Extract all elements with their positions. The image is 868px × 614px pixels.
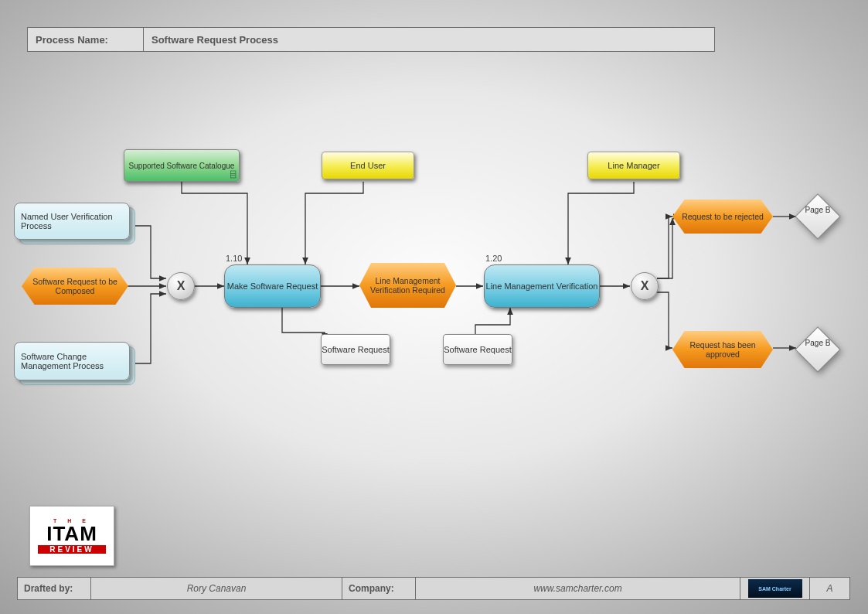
node-catalogue-label: Supported Software Catalogue xyxy=(129,162,235,170)
node-req-approved: Request has been approved xyxy=(672,331,773,368)
node-lm-verif-req: Line Management Verification Required xyxy=(359,263,456,308)
gateway-2: X xyxy=(631,272,659,300)
node-end-user: End User xyxy=(322,152,414,179)
footer-sam-logo-cell: SAM Charter xyxy=(740,578,810,599)
node-sw-change: Software Change Management Process xyxy=(14,342,130,380)
node-catalogue: Supported Software Catalogue ⌸ xyxy=(124,149,240,182)
footer-company-label: Company: xyxy=(342,578,416,599)
node-line-manager: Line Manager xyxy=(587,152,680,179)
footer-drafted-value: Rory Canavan xyxy=(91,578,342,599)
node-lm-verif: Line Management Verification xyxy=(484,264,600,308)
logo-mid: ITAM xyxy=(46,524,97,544)
logo-bot: REVIEW xyxy=(38,545,106,554)
node-make-request: Make Software Request xyxy=(224,264,321,308)
node-page-b-2: Page B xyxy=(795,326,841,373)
page-b-1-label: Page B xyxy=(795,206,841,215)
footer-company-value: www.samcharter.com xyxy=(416,578,740,599)
node-lm-verif-req-label: Line Management Verification Required xyxy=(359,276,456,295)
footer-bar: Drafted by: Rory Canavan Company: www.sa… xyxy=(17,577,850,600)
db-icon: ⌸ xyxy=(230,169,236,179)
node-req-compose: Software Request to be Composed xyxy=(22,268,128,305)
footer-page-id: A xyxy=(810,578,849,599)
itam-review-logo: T H E ITAM REVIEW xyxy=(29,506,114,566)
footer-drafted-label: Drafted by: xyxy=(18,578,91,599)
diagram-canvas: Supported Software Catalogue ⌸ End User … xyxy=(0,0,868,614)
node-page-b-1: Page B xyxy=(795,193,841,240)
node-sw-request-1: Software Request xyxy=(321,334,390,365)
gateway-1: X xyxy=(167,272,195,300)
node-sw-request-2: Software Request xyxy=(443,334,512,365)
node-named-user: Named User Verification Process xyxy=(14,203,130,240)
page-b-2-label: Page B xyxy=(795,339,841,348)
step-number-1: 1.10 xyxy=(226,254,242,263)
step-number-2: 1.20 xyxy=(485,254,502,263)
node-req-rejected: Request to be rejected xyxy=(672,200,773,234)
sam-charter-logo: SAM Charter xyxy=(748,579,802,598)
